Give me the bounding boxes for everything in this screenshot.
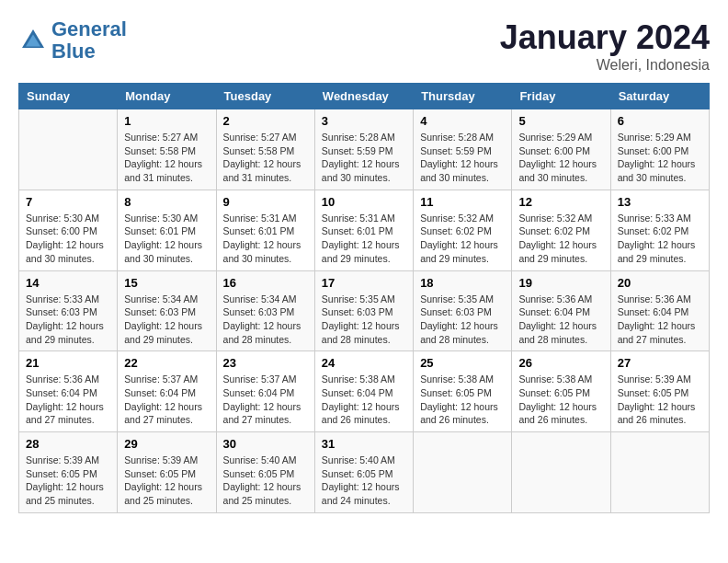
day-cell-6: 6Sunrise: 5:29 AM Sunset: 6:00 PM Daylig… [610, 109, 709, 190]
day-number: 11 [420, 195, 505, 209]
week-row-2: 7Sunrise: 5:30 AM Sunset: 6:00 PM Daylig… [19, 190, 710, 270]
day-number: 9 [223, 195, 308, 209]
day-info: Sunrise: 5:33 AM Sunset: 6:02 PM Dayligh… [618, 212, 702, 266]
day-cell-20: 20Sunrise: 5:36 AM Sunset: 6:04 PM Dayli… [610, 270, 709, 351]
day-info: Sunrise: 5:31 AM Sunset: 6:01 PM Dayligh… [322, 212, 406, 266]
day-info: Sunrise: 5:28 AM Sunset: 5:59 PM Dayligh… [420, 131, 505, 185]
day-number: 24 [322, 356, 406, 370]
day-info: Sunrise: 5:38 AM Sunset: 6:05 PM Dayligh… [518, 373, 603, 427]
day-cell-21: 21Sunrise: 5:36 AM Sunset: 6:04 PM Dayli… [19, 351, 118, 432]
day-cell-2: 2Sunrise: 5:27 AM Sunset: 5:58 PM Daylig… [216, 109, 314, 190]
day-number: 1 [124, 114, 209, 128]
day-info: Sunrise: 5:30 AM Sunset: 6:01 PM Dayligh… [124, 212, 209, 266]
day-number: 25 [420, 356, 505, 370]
day-info: Sunrise: 5:40 AM Sunset: 6:05 PM Dayligh… [322, 454, 406, 508]
day-cell-27: 27Sunrise: 5:39 AM Sunset: 6:05 PM Dayli… [610, 351, 709, 432]
day-number: 20 [618, 276, 702, 290]
day-info: Sunrise: 5:27 AM Sunset: 5:58 PM Dayligh… [124, 131, 209, 185]
day-number: 30 [223, 437, 308, 451]
empty-cell [512, 432, 610, 513]
location-subtitle: Weleri, Indonesia [500, 57, 710, 74]
day-number: 8 [124, 195, 209, 209]
day-info: Sunrise: 5:38 AM Sunset: 6:04 PM Dayligh… [322, 373, 406, 427]
day-cell-4: 4Sunrise: 5:28 AM Sunset: 5:59 PM Daylig… [414, 109, 512, 190]
day-header-friday: Friday [512, 84, 610, 109]
day-number: 27 [618, 356, 702, 370]
day-number: 19 [518, 276, 603, 290]
logo-text: General Blue [51, 18, 127, 63]
logo: General Blue [18, 18, 127, 63]
day-cell-13: 13Sunrise: 5:33 AM Sunset: 6:02 PM Dayli… [610, 190, 709, 270]
day-cell-17: 17Sunrise: 5:35 AM Sunset: 6:03 PM Dayli… [314, 270, 413, 351]
day-info: Sunrise: 5:35 AM Sunset: 6:03 PM Dayligh… [322, 293, 406, 347]
day-cell-10: 10Sunrise: 5:31 AM Sunset: 6:01 PM Dayli… [314, 190, 413, 270]
day-cell-28: 28Sunrise: 5:39 AM Sunset: 6:05 PM Dayli… [19, 432, 118, 513]
day-number: 26 [518, 356, 603, 370]
day-info: Sunrise: 5:36 AM Sunset: 6:04 PM Dayligh… [26, 373, 110, 427]
day-cell-3: 3Sunrise: 5:28 AM Sunset: 5:59 PM Daylig… [314, 109, 413, 190]
empty-cell [414, 432, 512, 513]
day-info: Sunrise: 5:39 AM Sunset: 6:05 PM Dayligh… [124, 454, 209, 508]
day-cell-30: 30Sunrise: 5:40 AM Sunset: 6:05 PM Dayli… [216, 432, 314, 513]
day-info: Sunrise: 5:36 AM Sunset: 6:04 PM Dayligh… [618, 293, 702, 347]
day-cell-8: 8Sunrise: 5:30 AM Sunset: 6:01 PM Daylig… [118, 190, 216, 270]
day-cell-16: 16Sunrise: 5:34 AM Sunset: 6:03 PM Dayli… [216, 270, 314, 351]
day-info: Sunrise: 5:37 AM Sunset: 6:04 PM Dayligh… [223, 373, 308, 427]
day-cell-22: 22Sunrise: 5:37 AM Sunset: 6:04 PM Dayli… [118, 351, 216, 432]
day-number: 28 [26, 437, 110, 451]
day-info: Sunrise: 5:28 AM Sunset: 5:59 PM Dayligh… [322, 131, 406, 185]
day-cell-9: 9Sunrise: 5:31 AM Sunset: 6:01 PM Daylig… [216, 190, 314, 270]
day-number: 16 [223, 276, 308, 290]
day-info: Sunrise: 5:35 AM Sunset: 6:03 PM Dayligh… [420, 293, 505, 347]
day-header-monday: Monday [118, 84, 216, 109]
day-number: 22 [124, 356, 209, 370]
day-header-wednesday: Wednesday [314, 84, 413, 109]
day-header-thursday: Thursday [414, 84, 512, 109]
day-number: 14 [26, 276, 110, 290]
day-cell-26: 26Sunrise: 5:38 AM Sunset: 6:05 PM Dayli… [512, 351, 610, 432]
day-number: 10 [322, 195, 406, 209]
day-info: Sunrise: 5:39 AM Sunset: 6:05 PM Dayligh… [26, 454, 110, 508]
page-header: General Blue January 2024 Weleri, Indone… [18, 18, 710, 74]
day-info: Sunrise: 5:29 AM Sunset: 6:00 PM Dayligh… [618, 131, 702, 185]
day-cell-11: 11Sunrise: 5:32 AM Sunset: 6:02 PM Dayli… [414, 190, 512, 270]
day-info: Sunrise: 5:34 AM Sunset: 6:03 PM Dayligh… [124, 293, 209, 347]
day-info: Sunrise: 5:39 AM Sunset: 6:05 PM Dayligh… [618, 373, 702, 427]
day-info: Sunrise: 5:27 AM Sunset: 5:58 PM Dayligh… [223, 131, 308, 185]
day-info: Sunrise: 5:32 AM Sunset: 6:02 PM Dayligh… [518, 212, 603, 266]
day-info: Sunrise: 5:36 AM Sunset: 6:04 PM Dayligh… [518, 293, 603, 347]
day-cell-12: 12Sunrise: 5:32 AM Sunset: 6:02 PM Dayli… [512, 190, 610, 270]
day-cell-29: 29Sunrise: 5:39 AM Sunset: 6:05 PM Dayli… [118, 432, 216, 513]
day-info: Sunrise: 5:37 AM Sunset: 6:04 PM Dayligh… [124, 373, 209, 427]
day-number: 3 [322, 114, 406, 128]
day-number: 4 [420, 114, 505, 128]
day-cell-19: 19Sunrise: 5:36 AM Sunset: 6:04 PM Dayli… [512, 270, 610, 351]
day-number: 17 [322, 276, 406, 290]
logo-icon [18, 26, 48, 55]
day-number: 31 [322, 437, 406, 451]
day-number: 15 [124, 276, 209, 290]
day-cell-5: 5Sunrise: 5:29 AM Sunset: 6:00 PM Daylig… [512, 109, 610, 190]
day-header-saturday: Saturday [610, 84, 709, 109]
day-header-tuesday: Tuesday [216, 84, 314, 109]
day-number: 13 [618, 195, 702, 209]
calendar-table: SundayMondayTuesdayWednesdayThursdayFrid… [18, 83, 710, 513]
day-cell-31: 31Sunrise: 5:40 AM Sunset: 6:05 PM Dayli… [314, 432, 413, 513]
week-row-5: 28Sunrise: 5:39 AM Sunset: 6:05 PM Dayli… [19, 432, 710, 513]
day-info: Sunrise: 5:38 AM Sunset: 6:05 PM Dayligh… [420, 373, 505, 427]
week-row-4: 21Sunrise: 5:36 AM Sunset: 6:04 PM Dayli… [19, 351, 710, 432]
day-cell-24: 24Sunrise: 5:38 AM Sunset: 6:04 PM Dayli… [314, 351, 413, 432]
month-title: January 2024 [500, 18, 710, 57]
day-cell-1: 1Sunrise: 5:27 AM Sunset: 5:58 PM Daylig… [118, 109, 216, 190]
day-number: 2 [223, 114, 308, 128]
day-header-sunday: Sunday [19, 84, 118, 109]
day-info: Sunrise: 5:30 AM Sunset: 6:00 PM Dayligh… [26, 212, 110, 266]
day-info: Sunrise: 5:40 AM Sunset: 6:05 PM Dayligh… [223, 454, 308, 508]
day-cell-23: 23Sunrise: 5:37 AM Sunset: 6:04 PM Dayli… [216, 351, 314, 432]
day-info: Sunrise: 5:32 AM Sunset: 6:02 PM Dayligh… [420, 212, 505, 266]
day-number: 12 [518, 195, 603, 209]
empty-cell [610, 432, 709, 513]
week-row-3: 14Sunrise: 5:33 AM Sunset: 6:03 PM Dayli… [19, 270, 710, 351]
calendar-header-row: SundayMondayTuesdayWednesdayThursdayFrid… [19, 84, 710, 109]
day-info: Sunrise: 5:34 AM Sunset: 6:03 PM Dayligh… [223, 293, 308, 347]
